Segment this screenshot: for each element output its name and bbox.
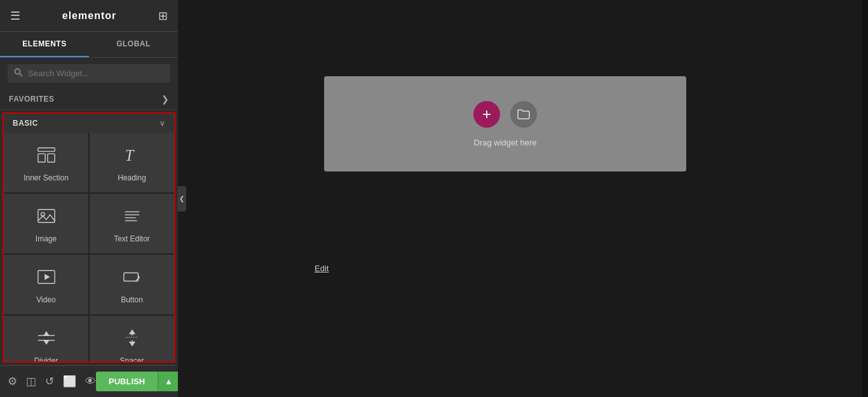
image-icon	[37, 206, 56, 228]
basic-section-header[interactable]: BASIC ∨	[4, 114, 174, 133]
inner-section-icon	[37, 145, 56, 167]
favorites-chevron-icon: ❯	[161, 94, 169, 104]
drop-zone: + Drag widget here	[324, 76, 686, 172]
edit-link[interactable]: Edit	[315, 264, 329, 273]
tab-elements[interactable]: ELEMENTS	[0, 32, 89, 57]
widget-grid: Inner Section T Heading	[4, 133, 174, 363]
widget-text-editor-label: Text Editor	[114, 234, 150, 243]
hamburger-icon[interactable]: ☰	[10, 9, 20, 23]
widget-button-label: Button	[121, 295, 143, 304]
settings-icon[interactable]: ⚙	[8, 375, 17, 388]
publish-arrow-button[interactable]: ▲	[158, 372, 179, 391]
collapse-handle[interactable]: ❮	[177, 186, 186, 212]
search-container	[0, 58, 178, 89]
publish-button[interactable]: PUBLISH	[96, 372, 158, 391]
widget-spacer-label: Spacer	[119, 356, 144, 363]
sidebar: ☰ elementor ⊞ ELEMENTS GLOBAL FAVORITES …	[0, 0, 178, 397]
svg-rect-6	[37, 210, 54, 223]
widget-inner-section-label: Inner Section	[24, 173, 69, 182]
tab-global[interactable]: GLOBAL	[89, 32, 178, 57]
responsive-icon[interactable]: ⬜	[63, 375, 76, 388]
svg-rect-3	[37, 154, 44, 162]
favorites-row[interactable]: FAVORITES ❯	[0, 89, 178, 110]
divider-icon	[37, 328, 56, 350]
svg-marker-19	[44, 332, 49, 336]
basic-section: BASIC ∨ Inner Section	[3, 112, 175, 363]
add-widget-button[interactable]: +	[473, 101, 500, 128]
svg-marker-26	[130, 342, 135, 346]
search-icon	[14, 68, 23, 79]
svg-marker-22	[44, 340, 49, 344]
svg-line-1	[20, 74, 22, 76]
basic-label: BASIC	[13, 119, 38, 128]
widget-image[interactable]: Image	[4, 194, 88, 253]
grid-icon[interactable]: ⊞	[158, 9, 168, 23]
history-icon[interactable]: ↺	[45, 375, 54, 388]
svg-text:T: T	[125, 147, 134, 164]
search-box	[8, 64, 170, 83]
publish-group: PUBLISH ▲	[96, 372, 179, 391]
video-icon	[37, 267, 56, 289]
search-input[interactable]	[28, 69, 164, 78]
drop-zone-actions: +	[473, 101, 537, 128]
widget-inner-section[interactable]: Inner Section	[4, 133, 88, 192]
widget-video-label: Video	[36, 295, 55, 304]
widget-text-editor[interactable]: Text Editor	[90, 194, 174, 253]
logo: elementor	[62, 10, 116, 22]
scrollbar[interactable]	[863, 0, 868, 397]
widget-video[interactable]: Video	[4, 255, 88, 314]
main-canvas: + Drag widget here Edit	[178, 0, 868, 397]
widget-button[interactable]: Button	[90, 255, 174, 314]
heading-icon: T	[123, 145, 142, 167]
sidebar-header: ☰ elementor ⊞	[0, 0, 178, 32]
svg-point-0	[15, 69, 20, 74]
bottom-toolbar: ⚙ ◫ ↺ ⬜ 👁 PUBLISH ▲	[0, 365, 178, 397]
basic-chevron-icon: ∨	[159, 119, 165, 128]
layers-icon[interactable]: ◫	[26, 375, 36, 388]
svg-line-15	[135, 278, 139, 281]
toolbar-icons: ⚙ ◫ ↺ ⬜ 👁	[8, 375, 96, 388]
sidebar-tabs: ELEMENTS GLOBAL	[0, 32, 178, 58]
button-icon	[123, 267, 142, 289]
spacer-icon	[123, 328, 142, 350]
widget-heading[interactable]: T Heading	[90, 133, 174, 192]
preview-icon[interactable]: 👁	[85, 375, 96, 388]
drag-text: Drag widget here	[474, 138, 537, 147]
widget-divider[interactable]: Divider	[4, 316, 88, 363]
template-folder-button[interactable]	[510, 101, 537, 128]
svg-rect-4	[47, 154, 54, 162]
text-editor-icon	[123, 206, 142, 228]
svg-marker-24	[130, 330, 135, 334]
svg-rect-2	[37, 148, 54, 152]
svg-marker-13	[44, 274, 50, 279]
widget-heading-label: Heading	[118, 173, 146, 182]
widget-spacer[interactable]: Spacer	[90, 316, 174, 363]
widget-divider-label: Divider	[34, 356, 58, 363]
widget-image-label: Image	[36, 234, 57, 243]
favorites-label: FAVORITES	[9, 95, 55, 104]
